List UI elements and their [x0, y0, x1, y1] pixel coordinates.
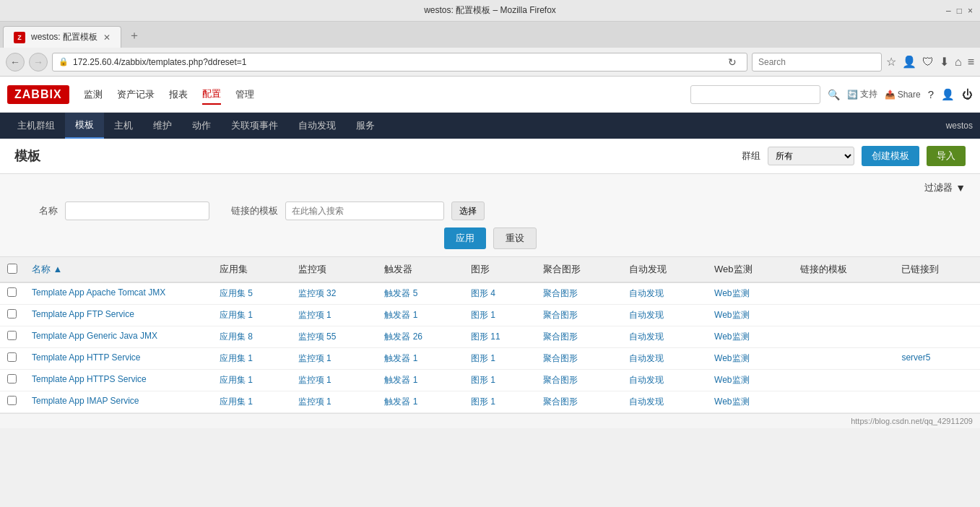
graphs-link[interactable]: 图形 1 — [471, 375, 495, 385]
nav-config[interactable]: 配置 — [202, 84, 221, 105]
nav-monitor[interactable]: 监测 — [84, 85, 103, 104]
zabbix-logo[interactable]: ZABBIX — [7, 85, 69, 104]
filter-toggle-btn[interactable]: 过滤器 ▼ — [924, 181, 966, 194]
row-checkbox[interactable] — [7, 396, 17, 405]
template-name-link[interactable]: Template App Apache Tomcat JMX — [32, 287, 165, 298]
discovery-link[interactable]: 自动发现 — [629, 288, 664, 298]
create-template-btn[interactable]: 创建模板 — [862, 146, 919, 166]
filter-name-input[interactable] — [65, 202, 209, 220]
graphs-link[interactable]: 图形 1 — [471, 310, 495, 320]
items-link[interactable]: 监控项 1 — [298, 375, 331, 385]
filter-reset-btn[interactable]: 重设 — [493, 228, 537, 249]
reader-icon[interactable]: 👤 — [902, 55, 916, 69]
nav-assets[interactable]: 资产记录 — [117, 85, 155, 104]
share-btn[interactable]: 📤 Share — [885, 90, 921, 100]
items-link[interactable]: 监控项 1 — [298, 310, 331, 320]
app-search-input[interactable] — [690, 85, 820, 104]
reload-btn[interactable]: ↻ — [724, 56, 741, 68]
help-btn[interactable]: ? — [928, 88, 934, 100]
apps-link[interactable]: 应用集 5 — [220, 288, 253, 298]
discovery-link[interactable]: 自动发现 — [629, 353, 664, 363]
triggers-link[interactable]: 触发器 5 — [384, 288, 417, 298]
apps-link[interactable]: 应用集 1 — [220, 310, 253, 320]
restore-btn[interactable]: □ — [957, 6, 962, 16]
web-link[interactable]: Web监测 — [714, 375, 749, 385]
items-link[interactable]: 监控项 1 — [298, 353, 331, 363]
triggers-link[interactable]: 触发器 1 — [384, 353, 417, 363]
apps-link[interactable]: 应用集 1 — [220, 396, 253, 407]
nav-reports[interactable]: 报表 — [169, 85, 188, 104]
close-btn[interactable]: × — [968, 6, 973, 16]
screens-link[interactable]: 聚合图形 — [543, 310, 578, 320]
filter-select-btn[interactable]: 选择 — [451, 202, 485, 220]
triggers-link[interactable]: 触发器 26 — [384, 332, 422, 342]
group-select[interactable]: 所有 — [768, 147, 854, 165]
screens-link[interactable]: 聚合图形 — [543, 396, 578, 407]
screens-link[interactable]: 聚合图形 — [543, 288, 578, 298]
subnav-host-groups[interactable]: 主机群组 — [7, 113, 65, 138]
discovery-link[interactable]: 自动发现 — [629, 310, 664, 320]
new-tab-btn[interactable]: ＋ — [121, 24, 147, 48]
subnav-actions[interactable]: 动作 — [182, 113, 221, 138]
web-link[interactable]: Web监测 — [714, 288, 749, 298]
linked-by-link[interactable]: server5 — [901, 352, 930, 363]
graphs-link[interactable]: 图形 1 — [471, 396, 495, 407]
screens-link[interactable]: 聚合图形 — [543, 375, 578, 385]
screens-link[interactable]: 聚合图形 — [543, 353, 578, 363]
template-name-link[interactable]: Template App Generic Java JMX — [32, 331, 157, 341]
user-icon[interactable]: 👤 — [941, 88, 955, 101]
subnav-maintenance[interactable]: 维护 — [143, 113, 182, 138]
bookmark-icon[interactable]: ☆ — [886, 55, 896, 69]
browser-tab[interactable]: Z westos: 配置模板 ✕ — [3, 26, 121, 48]
graphs-link[interactable]: 图形 1 — [471, 353, 495, 363]
subnav-services[interactable]: 服务 — [346, 113, 385, 138]
row-checkbox[interactable] — [7, 309, 17, 318]
shield-icon[interactable]: 🛡 — [922, 56, 934, 69]
tab-close-btn[interactable]: ✕ — [103, 32, 110, 43]
forward-btn[interactable]: → — [29, 53, 48, 72]
th-name[interactable]: 名称 ▲ — [25, 257, 212, 282]
subnav-discovery[interactable]: 自动发现 — [288, 113, 346, 138]
support-btn[interactable]: 🔄 支持 — [847, 88, 877, 100]
template-name-link[interactable]: Template App IMAP Service — [32, 396, 139, 406]
nav-admin[interactable]: 管理 — [235, 85, 254, 104]
row-checkbox[interactable] — [7, 287, 17, 297]
import-btn[interactable]: 导入 — [927, 146, 966, 166]
apps-link[interactable]: 应用集 1 — [220, 353, 253, 363]
menu-icon[interactable]: ≡ — [968, 56, 974, 69]
subnav-hosts[interactable]: 主机 — [104, 113, 143, 138]
triggers-link[interactable]: 触发器 1 — [384, 375, 417, 385]
row-checkbox[interactable] — [7, 352, 17, 362]
screens-link[interactable]: 聚合图形 — [543, 332, 578, 342]
web-link[interactable]: Web监测 — [714, 353, 749, 363]
discovery-link[interactable]: 自动发现 — [629, 332, 664, 342]
browser-search-input[interactable] — [752, 53, 882, 72]
apps-link[interactable]: 应用集 8 — [220, 332, 253, 342]
items-link[interactable]: 监控项 1 — [298, 396, 331, 407]
template-name-link[interactable]: Template App HTTP Service — [32, 352, 141, 363]
template-name-link[interactable]: Template App HTTPS Service — [32, 374, 147, 384]
template-name-link[interactable]: Template App FTP Service — [32, 309, 134, 319]
discovery-link[interactable]: 自动发现 — [629, 396, 664, 407]
graphs-link[interactable]: 图形 4 — [471, 288, 495, 298]
subnav-templates[interactable]: 模板 — [65, 113, 104, 139]
items-link[interactable]: 监控项 55 — [298, 332, 337, 342]
graphs-link[interactable]: 图形 11 — [471, 332, 500, 342]
row-checkbox[interactable] — [7, 374, 17, 384]
filter-linked-input[interactable] — [285, 202, 444, 220]
apps-link[interactable]: 应用集 1 — [220, 375, 253, 385]
search-icon[interactable]: 🔍 — [828, 89, 840, 100]
subnav-event-correlation[interactable]: 关联项事件 — [221, 113, 288, 138]
web-link[interactable]: Web监测 — [714, 396, 749, 407]
logout-icon[interactable]: ⏻ — [962, 88, 973, 100]
row-checkbox[interactable] — [7, 331, 17, 340]
address-url-bar[interactable]: 🔒 172.25.60.4/zabbix/templates.php?ddres… — [52, 53, 747, 72]
triggers-link[interactable]: 触发器 1 — [384, 310, 417, 320]
triggers-link[interactable]: 触发器 1 — [384, 396, 417, 407]
web-link[interactable]: Web监测 — [714, 310, 749, 320]
minimize-btn[interactable]: – — [946, 6, 951, 16]
discovery-link[interactable]: 自动发现 — [629, 375, 664, 385]
home-icon[interactable]: ⌂ — [955, 56, 962, 69]
web-link[interactable]: Web监测 — [714, 332, 749, 342]
download-icon[interactable]: ⬇ — [940, 55, 949, 69]
